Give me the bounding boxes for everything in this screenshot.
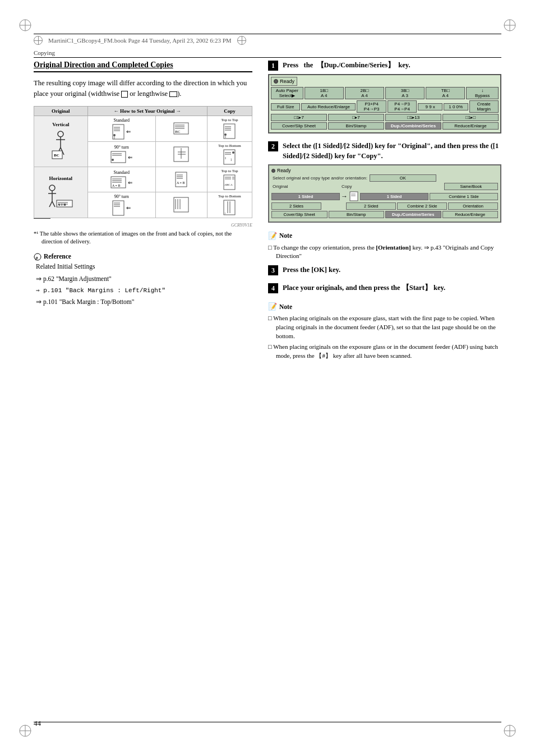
svg-text:A: A (230, 183, 233, 186)
corner-mark-tl (17, 17, 34, 34)
lcd2-original-label: Original (271, 183, 323, 190)
lcd2-cover-btn[interactable]: Cover/Slip Sheet (271, 211, 328, 218)
svg-text:A ≡ B: A ≡ B (177, 181, 185, 185)
lcd1-tray3: 3B□A 3 (385, 87, 425, 99)
horizontal-person-icon: A ≡ B (47, 183, 75, 209)
step-4-block: 4 Place your originals, and then press t… (268, 283, 501, 293)
lcd-screen-2: Ready Select original and copy type and/… (268, 164, 501, 223)
header-crosshair2 (237, 36, 246, 45)
ref-item-3: ⇒ p.101 "Back Margin : Top/Bottom" (36, 297, 252, 307)
note-2-item-2: When placing originals on the exposure g… (268, 343, 501, 361)
step-4-text: Place your originals, and then press the… (283, 283, 501, 293)
svg-point-12 (58, 131, 63, 137)
lcd2-combine2-btn[interactable]: Combine 2 Side (397, 202, 447, 210)
lcd1-ready-text: Ready (280, 79, 294, 84)
h-standard-set-icon: A ≡ B (175, 172, 187, 187)
reference-header: ρ Reference (34, 252, 252, 262)
svg-point-34 (224, 133, 227, 136)
step-4-header: 4 Place your originals, and then press t… (268, 283, 501, 293)
note-2-icon: 📝 (268, 301, 277, 312)
lcd1-full-size: Full Size (271, 103, 300, 110)
lcd2-same-book-btn[interactable]: Same/Book (444, 183, 498, 190)
svg-point-50 (49, 185, 55, 191)
step-1-number: 1 (268, 61, 278, 71)
corner-mark-bl (17, 722, 34, 739)
reference-section: ρ Reference Related Initial Settings ⇒ p… (34, 252, 252, 307)
svg-text:ρ: ρ (35, 255, 38, 260)
lcd2-orig-copy-labels: Original Copy Same/Book (271, 183, 498, 190)
header-crosshair (34, 36, 43, 45)
svg-text:A ≡ B: A ≡ B (58, 203, 66, 206)
image-id: GCRY0V1E (34, 223, 252, 228)
lcd2-copy-1sided-btn[interactable]: 1 Sided (360, 193, 428, 200)
page-number: 44 (34, 719, 41, 728)
note-2-item-1: When placing originals on the exposure g… (268, 314, 501, 341)
corner-mark-tr (501, 17, 518, 34)
lcd2-paper-icon (349, 191, 359, 201)
step-2-block: 2 Select the ([1 Sided]/[2 Sided]) key f… (268, 141, 501, 223)
v-standard-copy-icon (223, 123, 236, 139)
svg-point-39 (112, 159, 114, 161)
footnote: *¹ The table shows the orientation of im… (34, 230, 252, 246)
lcd1-fn1: □1▸7 (271, 114, 327, 121)
lcd2-dup-btn[interactable]: Dup./Combine/Series (385, 211, 441, 218)
svg-point-47 (232, 151, 234, 154)
h-90-copy-icon: ↕ (223, 200, 236, 215)
lcd1-function-row: □1▸7 □▸7 □1▸13 □1▸□ (271, 114, 499, 121)
lcd2-orig-2sided-btn[interactable]: 2 Sides (271, 202, 321, 210)
lcd2-bottom-row: Cover/Slip Sheet Bin/Stamp Dup./Combine/… (271, 211, 498, 218)
footnote-text: *¹ The table shows the orientation of im… (34, 231, 232, 245)
lcd1-size2: P4→P3P4→P4 (388, 100, 417, 113)
v-90-copy-cell: Top to Bottom ↕ (207, 141, 252, 167)
svg-line-54 (52, 201, 55, 207)
lcd2-dot (271, 169, 275, 173)
lcd1-reduce: Reduce/Enlarge (442, 122, 499, 130)
svg-text:↕: ↕ (230, 158, 233, 162)
v-90-label: 90° turn ⇐ (87, 141, 155, 167)
lcd2-orientation-btn[interactable]: Orientation (448, 202, 498, 210)
lcd1-auto-paper: Auto PaperSelect▶ (271, 87, 303, 99)
h-standard-original-icon: A ≡ B (110, 176, 126, 188)
lcd1-size1: P3+P4P4→P3 (357, 100, 386, 113)
svg-rect-36 (111, 151, 126, 163)
h-standard-copy-cell: Top to Top ABC A (207, 167, 252, 192)
v-90-set-cell (155, 141, 207, 167)
direction-diagram-table: Original ← How to Set Your Original → Co… (34, 106, 252, 218)
step-3-number: 3 (268, 265, 278, 275)
reference-title: Reference (44, 252, 71, 262)
reference-label: Related Initial Settings (36, 263, 95, 270)
lcd1-fn2: □▸7 (328, 114, 384, 121)
v-90-set-icon (173, 146, 189, 162)
lcd2-binstamp-btn[interactable]: Bin/Stamp (329, 211, 385, 218)
lcd1-trayT: TB□A 4 (426, 87, 465, 99)
lcd1-percent2: 1 0 0% (444, 103, 468, 110)
lcd1-size-row: Full Size Auto Reduce/Enlarge P3+P4P4→P3… (271, 100, 499, 113)
h-90-set-cell (155, 192, 207, 218)
step-2-header: 2 Select the ([1 Sided]/[2 Sided]) key f… (268, 141, 501, 161)
lcd2-reduce-btn[interactable]: Reduce/Enlarge (442, 211, 499, 218)
h-90-original-icon (112, 200, 124, 216)
lcd2-combine1-btn[interactable]: Combine 1 Side (430, 193, 498, 200)
left-column: Original Direction and Completed Copies … (34, 61, 252, 310)
header-filename: MartiniC1_GBcopy4_FM.book Page 44 Tuesda… (48, 37, 232, 44)
lcd2-ok-btn[interactable]: OK (370, 174, 436, 182)
lcd2-orig-1sided-btn[interactable]: 1 Sided (271, 193, 340, 200)
reference-related: Related Initial Settings (34, 262, 252, 272)
lcd2-status-row: Ready (271, 168, 498, 173)
lcd2-arrow1: → (341, 192, 348, 200)
step-3-text: Press the [OK] key. (283, 265, 501, 275)
h-standard-copy-icon: ABC A (223, 174, 236, 190)
ref-item-2: ⇒ p.101 "Back Margins : Left/Right" (36, 286, 252, 296)
col-header-copy: Copy (207, 106, 252, 116)
lcd1-dot (274, 79, 278, 84)
lcd1-dup-active: Dup./Combine/Series (385, 122, 441, 130)
bottom-separator (34, 722, 501, 722)
lcd2-sided-row1: 1 Sided → 1 Sided Combine 1 Side (271, 191, 498, 201)
right-column: 1 Press the 【Dup./Combine/Series】 key. R… (268, 61, 501, 365)
note-2-header: 📝 Note (268, 301, 501, 312)
v-standard-set-cell: BC (155, 116, 207, 141)
lcd2-copy-label: Copy (340, 183, 392, 190)
step-3-block: 3 Press the [OK] key. (268, 265, 501, 275)
row-vertical-label: Vertical BC (34, 116, 88, 167)
lcd2-copy-2sided-btn[interactable]: 2 Sided (346, 202, 396, 210)
